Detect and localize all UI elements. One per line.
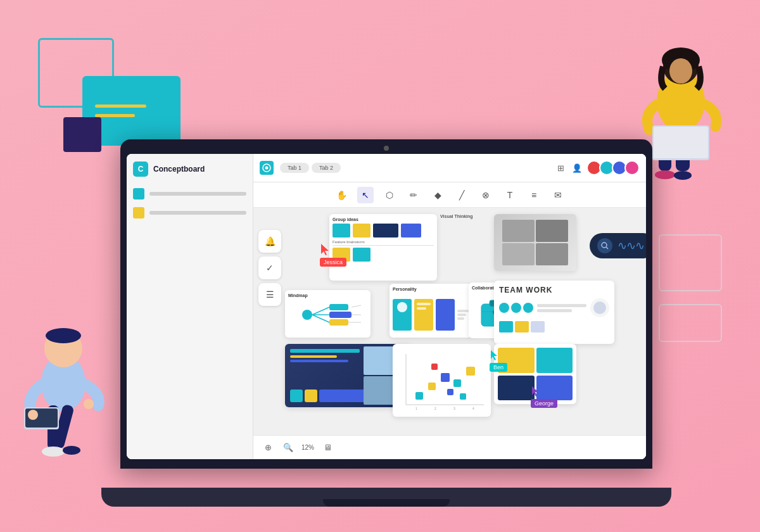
svg-text:4: 4 xyxy=(472,407,474,410)
cursor-label-george: George xyxy=(531,399,557,408)
draw-toolbar: ✋ ↖ ⬡ ✏ ◆ ╱ ⊗ T ≡ ✉ xyxy=(253,182,646,208)
sticky-1 xyxy=(332,224,350,238)
cursor-label-ben: Ben xyxy=(490,363,507,372)
personality-title: Personality xyxy=(393,287,469,291)
card-group-ideas-title: Group ideas xyxy=(332,217,434,222)
logo-text: Conceptboard xyxy=(153,165,205,174)
toolbar-tab-2[interactable]: Tab 2 xyxy=(312,163,341,173)
svg-rect-42 xyxy=(453,379,461,387)
sidebar-item-2[interactable] xyxy=(133,207,246,218)
svg-point-2 xyxy=(46,328,81,343)
sticky-6 xyxy=(353,248,370,262)
svg-rect-27 xyxy=(329,304,348,310)
svg-line-26 xyxy=(312,315,329,322)
card-divider xyxy=(332,245,434,246)
tool-pen[interactable]: ✏ xyxy=(405,187,422,203)
tool-line[interactable]: ╱ xyxy=(453,187,470,203)
laptop-base xyxy=(101,488,671,507)
svg-text:1: 1 xyxy=(415,407,417,410)
svg-rect-40 xyxy=(428,383,436,390)
card-personality: Personality xyxy=(390,284,472,338)
svg-point-23 xyxy=(302,310,312,320)
tool-list[interactable]: ☰ xyxy=(258,283,281,306)
svg-line-52 xyxy=(606,247,608,249)
laptop-container: C Conceptboard xyxy=(101,139,671,507)
svg-rect-45 xyxy=(447,389,453,395)
sticky-2 xyxy=(353,224,370,238)
tool-eraser[interactable]: ⊗ xyxy=(478,187,494,203)
svg-rect-46 xyxy=(460,393,466,400)
sidebar-color-yellow xyxy=(133,207,144,218)
svg-point-22 xyxy=(265,167,269,170)
svg-point-9 xyxy=(28,410,38,420)
toolbar-person-icon[interactable]: 👤 xyxy=(570,161,584,175)
sidebar-line-1 xyxy=(149,192,246,196)
logo-icon: C xyxy=(133,162,148,177)
teamwork-title: TEAM WORK xyxy=(499,286,609,294)
svg-rect-43 xyxy=(466,367,475,376)
bottom-monitor-icon[interactable]: 🖥 xyxy=(320,441,334,455)
avatar-group xyxy=(586,160,640,175)
tool-select[interactable]: ↖ xyxy=(357,187,374,203)
cursor-jessica: Jessica xyxy=(320,243,346,267)
toolbar-grid-icon[interactable]: ⊞ xyxy=(554,161,567,175)
sidebar-logo: C Conceptboard xyxy=(133,162,246,177)
svg-text:3: 3 xyxy=(453,407,455,410)
tool-notification[interactable]: 🔔 xyxy=(258,230,281,253)
bottom-navigate-icon[interactable]: ⊕ xyxy=(261,441,275,455)
cursor-label-jessica: Jessica xyxy=(320,258,346,267)
svg-point-18 xyxy=(669,58,692,84)
svg-point-14 xyxy=(674,171,692,180)
laptop-screen-inner: C Conceptboard xyxy=(127,154,646,459)
search-bubble-icon xyxy=(597,238,612,253)
teamwork-sticky-3 xyxy=(531,321,545,332)
svg-point-5 xyxy=(42,446,65,457)
photo-cell-2 xyxy=(536,220,568,242)
toolbar-tab-1[interactable]: Tab 1 xyxy=(280,163,309,173)
svg-rect-29 xyxy=(329,319,348,326)
svg-text:2: 2 xyxy=(434,407,436,410)
sticky-4 xyxy=(401,224,421,238)
deco-purple-rect xyxy=(63,117,101,152)
visual-thinking-label: Visual Thinking xyxy=(440,214,473,218)
svg-rect-39 xyxy=(415,392,423,400)
svg-point-10 xyxy=(84,399,94,409)
laptop-screen: C Conceptboard xyxy=(120,139,652,469)
sticky-dark-large xyxy=(498,376,535,401)
person-left-illustration xyxy=(6,301,124,522)
svg-line-30 xyxy=(352,305,361,307)
photo-cell-1 xyxy=(502,220,535,242)
cursor-george: George xyxy=(531,385,557,408)
teamwork-sticky-2 xyxy=(515,321,529,332)
tool-shape[interactable]: ⬡ xyxy=(381,187,398,203)
sidebar-color-teal xyxy=(133,188,144,200)
laptop-camera xyxy=(384,146,389,151)
canvas-area[interactable]: Tab 1 Tab 2 ⊞ 👤 ✋ ↖ ⬡ xyxy=(253,154,646,459)
tool-check[interactable]: ✓ xyxy=(258,256,281,279)
tool-fill[interactable]: ◆ xyxy=(429,187,446,203)
sidebar-item-1[interactable] xyxy=(133,188,246,200)
tool-hand[interactable]: ✋ xyxy=(333,187,350,203)
sidebar-line-2 xyxy=(149,211,246,215)
tool-text[interactable]: T xyxy=(502,187,518,203)
svg-rect-28 xyxy=(329,312,352,318)
deco-line-1 xyxy=(95,104,146,108)
card-mindmap: Mindmap xyxy=(285,290,370,338)
tool-comment[interactable]: ✉ xyxy=(550,187,566,203)
tool-table[interactable]: ≡ xyxy=(526,187,542,203)
search-bubble[interactable]: ∿∿∿ xyxy=(590,233,646,258)
zoom-label: 12% xyxy=(301,444,314,451)
deco-line-2 xyxy=(95,114,135,117)
sticky-teal-large xyxy=(536,348,573,373)
left-toolbar: 🔔 ✓ ☰ xyxy=(258,230,281,306)
bottom-zoom-in-icon[interactable]: 🔍 xyxy=(281,441,295,455)
avatar-4 xyxy=(624,160,640,175)
teamwork-sticky-1 xyxy=(499,321,513,332)
svg-point-51 xyxy=(602,243,607,248)
svg-rect-41 xyxy=(441,373,450,382)
sticky-3 xyxy=(373,224,398,238)
mindmap-title: Mindmap xyxy=(288,293,367,298)
svg-rect-44 xyxy=(431,364,438,370)
card-teamwork: TEAM WORK xyxy=(494,281,614,344)
svg-rect-20 xyxy=(654,127,708,158)
